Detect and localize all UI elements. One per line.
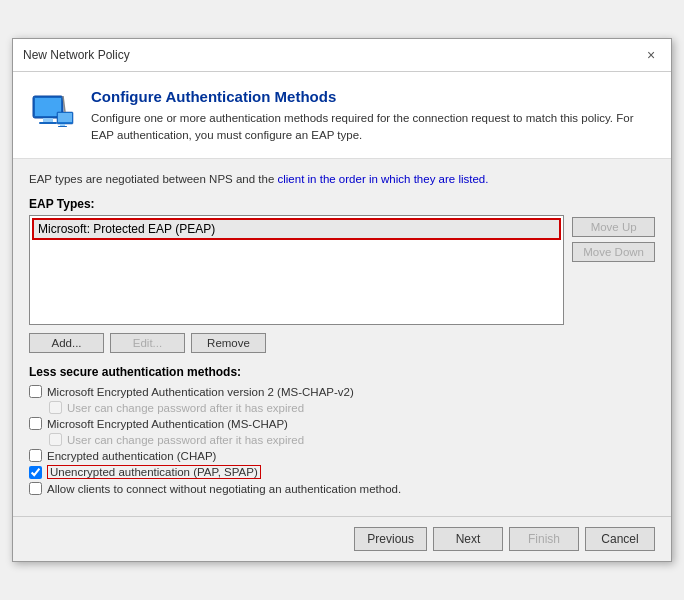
- label-chap: Encrypted authentication (CHAP): [47, 450, 216, 462]
- eap-label: EAP Types:: [29, 197, 655, 211]
- checkbox-row-ms-chap-change: User can change password after it has ex…: [49, 433, 655, 446]
- dialog: New Network Policy × Configure Authentic…: [12, 38, 672, 563]
- header-section: Configure Authentication Methods Configu…: [13, 72, 671, 160]
- checkbox-no-auth[interactable]: [29, 482, 42, 495]
- label-ms-chap: Microsoft Encrypted Authentication (MS-C…: [47, 418, 288, 430]
- next-button[interactable]: Next: [433, 527, 503, 551]
- checkbox-row-pap-spap: Unencrypted authentication (PAP, SPAP): [29, 465, 655, 479]
- finish-button[interactable]: Finish: [509, 527, 579, 551]
- eap-listbox[interactable]: Microsoft: Protected EAP (PEAP): [29, 215, 564, 325]
- header-title: Configure Authentication Methods: [91, 88, 655, 105]
- checkbox-ms-chap[interactable]: [29, 417, 42, 430]
- title-bar: New Network Policy ×: [13, 39, 671, 72]
- svg-rect-3: [39, 122, 57, 124]
- close-button[interactable]: ×: [641, 45, 661, 65]
- svg-rect-2: [43, 118, 53, 122]
- checkbox-row-chap: Encrypted authentication (CHAP): [29, 449, 655, 462]
- svg-rect-6: [60, 124, 65, 126]
- label-ms-chap-v2: Microsoft Encrypted Authentication versi…: [47, 386, 354, 398]
- checkbox-row-no-auth: Allow clients to connect without negotia…: [29, 482, 655, 495]
- edit-button[interactable]: Edit...: [110, 333, 185, 353]
- checkbox-ms-chap-v2-change[interactable]: [49, 401, 62, 414]
- checkbox-ms-chap-change[interactable]: [49, 433, 62, 446]
- previous-button[interactable]: Previous: [354, 527, 427, 551]
- dialog-title: New Network Policy: [23, 48, 130, 62]
- cancel-button[interactable]: Cancel: [585, 527, 655, 551]
- move-down-button[interactable]: Move Down: [572, 242, 655, 262]
- eap-list-item[interactable]: Microsoft: Protected EAP (PEAP): [32, 218, 561, 240]
- svg-rect-7: [58, 126, 67, 127]
- action-buttons: Add... Edit... Remove: [29, 333, 655, 353]
- info-text: EAP types are negotiated between NPS and…: [29, 171, 655, 187]
- checkbox-chap[interactable]: [29, 449, 42, 462]
- checkbox-row-ms-chap-v2: Microsoft Encrypted Authentication versi…: [29, 385, 655, 398]
- footer: Previous Next Finish Cancel: [13, 516, 671, 561]
- checkbox-row-ms-chap-v2-change: User can change password after it has ex…: [49, 401, 655, 414]
- eap-row: Microsoft: Protected EAP (PEAP) Move Up …: [29, 215, 655, 325]
- label-pap-spap: Unencrypted authentication (PAP, SPAP): [47, 465, 261, 479]
- add-button[interactable]: Add...: [29, 333, 104, 353]
- less-secure-title: Less secure authentication methods:: [29, 365, 655, 379]
- network-icon: [29, 88, 77, 136]
- remove-button[interactable]: Remove: [191, 333, 266, 353]
- info-highlight: client in the order in which they are li…: [278, 173, 489, 185]
- checkbox-ms-chap-v2[interactable]: [29, 385, 42, 398]
- svg-rect-5: [58, 113, 72, 122]
- body-section: EAP types are negotiated between NPS and…: [13, 159, 671, 510]
- label-ms-chap-change: User can change password after it has ex…: [67, 434, 304, 446]
- checkbox-row-ms-chap: Microsoft Encrypted Authentication (MS-C…: [29, 417, 655, 430]
- checkbox-pap-spap[interactable]: [29, 466, 42, 479]
- label-ms-chap-v2-change: User can change password after it has ex…: [67, 402, 304, 414]
- move-up-button[interactable]: Move Up: [572, 217, 655, 237]
- label-no-auth: Allow clients to connect without negotia…: [47, 483, 401, 495]
- header-description: Configure one or more authentication met…: [91, 110, 655, 145]
- header-text: Configure Authentication Methods Configu…: [91, 88, 655, 145]
- eap-action-buttons: Move Up Move Down: [572, 215, 655, 325]
